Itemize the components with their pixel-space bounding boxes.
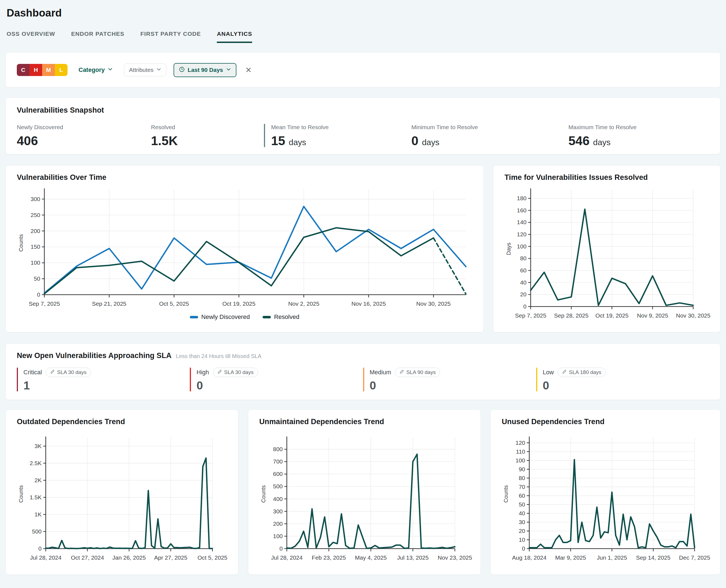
svg-text:0: 0 (37, 291, 40, 298)
svg-text:800: 800 (273, 446, 283, 452)
sla-subtitle: Less than 24 Hours till Missed SLA (176, 353, 262, 359)
metric-value: 1.5K (151, 133, 178, 148)
chart-title: Time for Vulnerabilities Issues Resolved (504, 173, 709, 182)
svg-text:Nov 16, 2025: Nov 16, 2025 (351, 300, 386, 307)
svg-text:150: 150 (30, 244, 40, 250)
time-range-label: Last 90 Days (188, 67, 223, 73)
unmaintained-dependencies-chart[interactable]: 0100200300400500600700800Jul 28, 2024Feb… (259, 431, 470, 565)
unused-dependencies-chart[interactable]: 0102030405060708090100110120Aug 18, 2024… (502, 431, 710, 565)
chevron-down-icon (156, 67, 162, 73)
svg-text:Apr 27, 2025: Apr 27, 2025 (154, 554, 187, 561)
svg-text:Sep 21, 2025: Sep 21, 2025 (92, 300, 126, 307)
chart-legend: Newly Discovered Resolved (17, 313, 472, 320)
svg-text:Oct 5, 2025: Oct 5, 2025 (159, 300, 189, 307)
chart-title: Vulnerabilities Over Time (17, 173, 472, 182)
severity-chip-low[interactable]: L (55, 64, 67, 76)
svg-text:1K: 1K (35, 511, 42, 518)
metric-maximum-time-to-resolve: Maximum Time to Resolve 546 days (568, 124, 709, 147)
tab-analytics[interactable]: Analytics (217, 30, 252, 43)
sla-item-low: Low SLA 180 days 0 (536, 368, 709, 391)
category-dropdown[interactable]: Category (79, 66, 113, 74)
svg-text:Aug 18, 2024: Aug 18, 2024 (512, 554, 547, 561)
outdated-dependencies-chart[interactable]: 05001K1.5K2K2.5K3KJul 28, 2024Oct 27, 20… (17, 431, 228, 565)
svg-text:40: 40 (519, 510, 525, 517)
clock-icon (179, 66, 185, 74)
vulnerabilities-snapshot-card: Vulnerabilities Snapshot Newly Discovere… (5, 98, 721, 154)
svg-text:500: 500 (273, 483, 283, 489)
svg-text:Oct 19, 2025: Oct 19, 2025 (222, 300, 255, 307)
metric-minimum-time-to-resolve: Minimum Time to Resolve 0 days (411, 124, 568, 147)
svg-text:Feb 23, 2025: Feb 23, 2025 (312, 554, 346, 561)
severity-chip-high[interactable]: H (29, 64, 42, 76)
chevron-down-icon (226, 67, 231, 73)
svg-text:20: 20 (519, 528, 525, 534)
svg-text:110: 110 (516, 448, 525, 455)
svg-text:100: 100 (273, 533, 283, 539)
metric-value: 406 (17, 133, 38, 148)
charts-row: Vulnerabilities Over Time 05010015020025… (5, 165, 721, 332)
svg-text:Nov 2, 2025: Nov 2, 2025 (288, 300, 319, 307)
pencil-icon (562, 369, 567, 375)
sla-count: 0 (543, 380, 709, 391)
svg-text:700: 700 (273, 458, 283, 465)
sla-count: 1 (23, 380, 190, 391)
vulnerabilities-over-time-card: Vulnerabilities Over Time 05010015020025… (5, 165, 483, 332)
category-dropdown-label: Category (79, 66, 105, 74)
sla-edit-pill[interactable]: SLA 180 days (558, 368, 606, 377)
svg-text:60: 60 (519, 492, 525, 499)
tab-first-party-code[interactable]: First Party Code (140, 30, 201, 43)
metric-value: 15 (271, 133, 285, 148)
legend-item-newly-discovered[interactable]: Newly Discovered (190, 313, 250, 320)
svg-text:400: 400 (273, 496, 283, 502)
metric-value: 0 (411, 133, 418, 148)
svg-text:120: 120 (517, 231, 526, 237)
vulnerabilities-over-time-chart[interactable]: 050100150200250300Sep 7, 2025Sep 21, 202… (17, 186, 473, 311)
svg-text:10: 10 (519, 537, 525, 543)
metric-mean-time-to-resolve: Mean Time to Resolve 15 days (264, 124, 411, 147)
attributes-dropdown[interactable]: Attributes (124, 64, 166, 76)
severity-chip-critical[interactable]: C (17, 64, 29, 76)
pencil-icon (50, 369, 55, 375)
attributes-dropdown-label: Attributes (129, 67, 153, 73)
svg-text:0: 0 (279, 545, 283, 552)
tab-endor-patches[interactable]: Endor Patches (71, 30, 124, 43)
severity-chip-medium[interactable]: M (42, 64, 55, 76)
chart-title: Unused Dependencies Trend (502, 418, 709, 426)
sla-edit-pill[interactable]: SLA 30 days (46, 368, 91, 377)
svg-text:70: 70 (519, 484, 525, 490)
svg-text:Counts: Counts (503, 485, 509, 503)
svg-text:Oct 5, 2025: Oct 5, 2025 (198, 554, 228, 561)
dependency-trend-row: Outdated Dependencies Trend 05001K1.5K2K… (5, 410, 721, 575)
tab-bar: OSS Overview Endor Patches First Party C… (7, 30, 719, 43)
svg-text:50: 50 (519, 501, 525, 508)
svg-text:140: 140 (517, 219, 526, 225)
svg-text:3K: 3K (35, 443, 42, 449)
tab-oss-overview[interactable]: OSS Overview (7, 30, 55, 43)
svg-text:0: 0 (523, 303, 526, 310)
clear-filters-icon[interactable]: × (246, 65, 252, 75)
svg-text:Dec 7, 2025: Dec 7, 2025 (679, 554, 710, 561)
legend-item-resolved[interactable]: Resolved (263, 313, 299, 320)
sla-title: New Open Vulnerabilities Approaching SLA (17, 352, 172, 360)
svg-text:Sep 7, 2025: Sep 7, 2025 (515, 312, 546, 319)
svg-text:80: 80 (520, 255, 526, 261)
svg-text:50: 50 (34, 275, 40, 282)
svg-text:Sep 7, 2025: Sep 7, 2025 (29, 300, 60, 307)
severity-filter-group: C H M L (17, 64, 67, 76)
svg-text:Nov 9, 2025: Nov 9, 2025 (637, 312, 668, 319)
sla-severity-label: Low (543, 369, 554, 376)
filter-bar: C H M L Category Attributes Last 90 Days (5, 52, 721, 88)
svg-text:0: 0 (38, 545, 42, 552)
unused-dependencies-card: Unused Dependencies Trend 01020304050607… (491, 410, 721, 575)
svg-text:20: 20 (520, 291, 526, 297)
svg-text:100: 100 (517, 243, 526, 250)
sla-edit-pill[interactable]: SLA 90 days (395, 368, 440, 377)
sla-severity-label: Medium (370, 369, 391, 376)
snapshot-metrics: Newly Discovered 406 Resolved 1.5K Mean … (17, 124, 709, 147)
sla-edit-pill[interactable]: SLA 30 days (213, 368, 258, 377)
time-range-dropdown[interactable]: Last 90 Days (173, 63, 236, 77)
svg-text:1.5K: 1.5K (30, 494, 42, 500)
svg-text:100: 100 (516, 457, 525, 463)
metric-resolved: Resolved 1.5K (151, 124, 264, 147)
time-to-resolve-chart[interactable]: 020406080100120140160180Sep 7, 2025Sep 2… (504, 186, 710, 322)
